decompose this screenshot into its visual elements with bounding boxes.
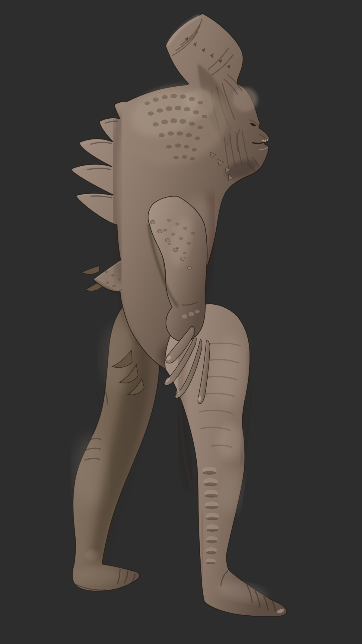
knee-highlight — [217, 424, 243, 459]
far-calf-highlight — [74, 435, 107, 507]
far-ankle-knob — [85, 550, 99, 560]
shin-inner-shadow — [202, 513, 203, 577]
sculpt-canvas: Monochrome clay 3D sculpt render of a fi… — [0, 0, 362, 644]
far-foot-highlight — [75, 567, 124, 583]
render-viewport: Monochrome clay 3D sculpt render of a fi… — [0, 0, 362, 644]
temple-mass — [232, 88, 258, 112]
